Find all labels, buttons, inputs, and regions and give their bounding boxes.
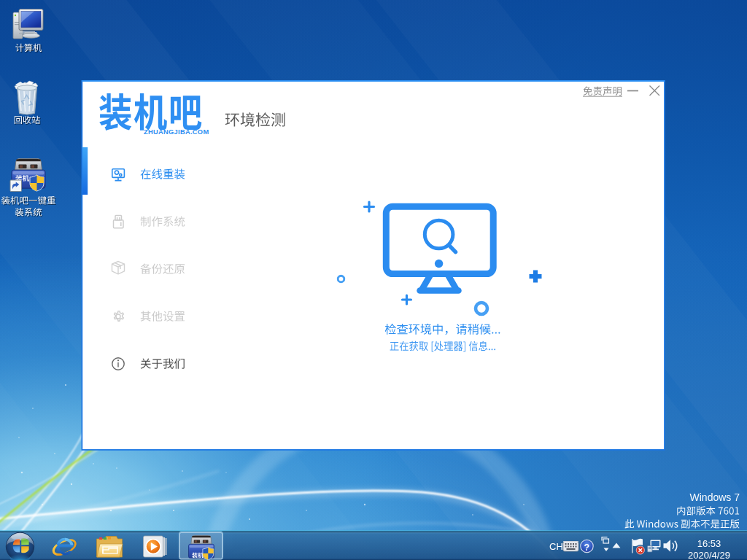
- svg-text:2020/4/29: 2020/4/29: [688, 550, 730, 560]
- svg-text:16:53: 16:53: [697, 538, 721, 549]
- svg-text:?: ?: [584, 542, 590, 553]
- svg-text:Windows 7: Windows 7: [690, 491, 740, 503]
- svg-text:ZHUANGJIBA.COM: ZHUANGJIBA.COM: [144, 128, 209, 136]
- svg-text:CH: CH: [549, 541, 563, 552]
